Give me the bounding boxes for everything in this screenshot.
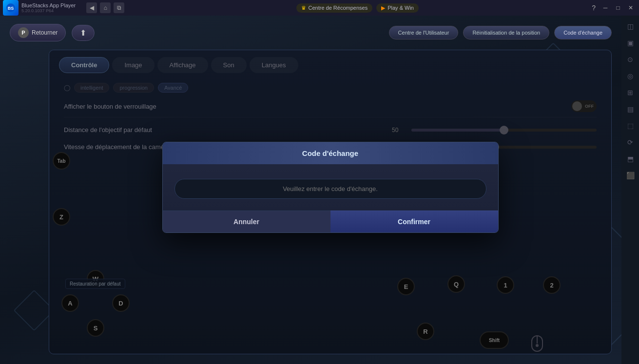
back-nav-button[interactable]: ◀ [86, 2, 97, 13]
exchange-code-input[interactable] [174, 179, 486, 199]
modal-body [163, 164, 498, 211]
sidebar-icon-7[interactable]: ⬚ [623, 119, 637, 133]
sidebar-icon-8[interactable]: ⟳ [623, 135, 637, 149]
right-sidebar: ◫ ▣ ⊙ ◎ ⊞ ▤ ⬚ ⟳ ⬒ ⬛ [621, 16, 639, 364]
sidebar-icon-6[interactable]: ▤ [623, 102, 637, 116]
upload-button[interactable]: ⬆ [72, 25, 95, 41]
app-name: BlueStacks App Player 5.20.0.1037 P64 [21, 2, 76, 13]
app-logo: BS [3, 0, 19, 16]
sidebar-icon-2[interactable]: ▣ [623, 36, 637, 50]
sidebar-icon-10[interactable]: ⬛ [623, 169, 637, 182]
svg-text:BS: BS [8, 6, 14, 11]
toolbar: P Retourner ⬆ Centre de l'Utilisateur Ré… [0, 20, 621, 45]
cancel-button[interactable]: Annuler [163, 211, 330, 232]
upload-icon: ⬆ [80, 28, 86, 38]
sidebar-icon-3[interactable]: ⊙ [623, 53, 637, 66]
home-nav-button[interactable]: ⌂ [100, 2, 111, 13]
modal-overlay: Code d'échange Annuler Confirmer [49, 50, 611, 354]
titlebar-center: ♛ Centre de Récompenses ▶ Play & Win [124, 3, 590, 13]
titlebar-nav: ◀ ⌂ ⧉ [86, 2, 124, 13]
rewards-pill[interactable]: ♛ Centre de Récompenses [296, 3, 373, 13]
minimize-button[interactable]: ─ [601, 3, 610, 12]
maximize-button[interactable]: □ [614, 3, 622, 12]
help-button[interactable]: ? [590, 2, 597, 13]
crown-icon: ♛ [301, 5, 306, 11]
modal-header: Code d'échange [163, 142, 498, 164]
confirm-button[interactable]: Confirmer [330, 211, 498, 232]
multi-nav-button[interactable]: ⧉ [114, 2, 124, 13]
sidebar-icon-9[interactable]: ⬒ [623, 152, 637, 166]
titlebar-right: ? ─ □ ✕ [590, 2, 639, 13]
titlebar: BS BlueStacks App Player 5.20.0.1037 P64… [0, 0, 639, 16]
close-button[interactable]: ✕ [626, 3, 635, 12]
sidebar-icon-4[interactable]: ◎ [623, 69, 637, 83]
p-key-badge: P [18, 27, 29, 38]
modal-footer: Annuler Confirmer [163, 211, 498, 232]
sidebar-icon-1[interactable]: ◫ [623, 19, 637, 33]
reset-position-button[interactable]: Réinitialisation de la position [463, 26, 549, 39]
back-button[interactable]: P Retourner [10, 24, 66, 41]
exchange-code-button[interactable]: Code d'échange [554, 26, 612, 39]
settings-panel: Contrôle Image Affichage Son Langues ◯ i… [49, 50, 612, 354]
centre-user-button[interactable]: Centre de l'Utilisateur [389, 26, 459, 39]
play-pill[interactable]: ▶ Play & Win [376, 3, 419, 13]
exchange-code-modal: Code d'échange Annuler Confirmer [162, 142, 499, 233]
play-icon: ▶ [381, 5, 385, 11]
main-content: P Retourner ⬆ Centre de l'Utilisateur Ré… [0, 16, 621, 364]
sidebar-icon-5[interactable]: ⊞ [623, 86, 637, 99]
back-label: Retourner [32, 29, 58, 36]
toolbar-right: Centre de l'Utilisateur Réinitialisation… [389, 26, 612, 39]
panel-content: ◯ intelligent progression Avancé Affiche… [49, 73, 611, 162]
